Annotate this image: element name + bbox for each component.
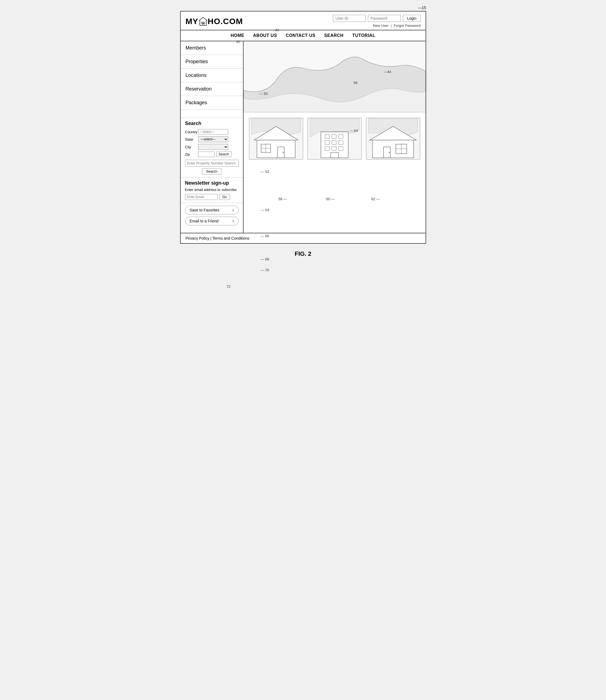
card-image-3 <box>366 118 420 159</box>
svg-rect-19 <box>325 141 329 144</box>
header-right: Login New User | Forgot Password <box>333 15 420 28</box>
property-number-input[interactable] <box>185 160 239 166</box>
login-button[interactable]: Login <box>403 15 420 22</box>
footer-text: Privacy Policy | Terms and Conditions <box>186 236 250 241</box>
nav-home[interactable]: HOME <box>231 33 244 38</box>
nav-about[interactable]: ABOUT US <box>253 33 277 38</box>
content-area <box>243 41 426 233</box>
svg-point-30 <box>389 152 390 153</box>
logo-my: MY <box>186 17 199 26</box>
sidebar-item-packages[interactable]: Packages <box>181 96 243 110</box>
annotation-40: 40 <box>236 40 240 44</box>
property-search-button[interactable]: Search <box>202 168 222 175</box>
state-label: State <box>185 137 196 141</box>
nav-bar: HOME ABOUT US CONTACT US SEARCH TUTORIAL <box>181 30 426 41</box>
city-label: City <box>185 145 196 149</box>
nav-contact[interactable]: CONTACT US <box>286 33 316 38</box>
sidebar-item-reservation[interactable]: Reservation <box>181 82 243 96</box>
city-select[interactable] <box>198 144 228 150</box>
go-button[interactable]: Go <box>219 194 230 200</box>
svg-rect-21 <box>339 141 343 144</box>
zip-search-button[interactable]: Search <box>216 152 232 157</box>
annotation-58: 58 — <box>279 197 287 201</box>
svg-rect-3 <box>202 24 204 25</box>
country-label: Country <box>185 130 196 134</box>
svg-rect-17 <box>332 135 336 138</box>
userid-input[interactable] <box>333 15 366 22</box>
svg-point-12 <box>283 152 284 153</box>
logo: MY HO.COM <box>186 17 243 26</box>
sidebar-spacer <box>181 110 243 118</box>
action-buttons: Save to Favorites Email to a Friend <box>181 203 243 228</box>
save-to-favorites-button[interactable]: Save to Favorites <box>185 206 239 214</box>
property-card-3 <box>366 118 420 159</box>
newsletter-desc: Enter email address to subscribe <box>185 188 239 192</box>
svg-rect-2 <box>203 22 205 24</box>
sidebar: Members Properties Locations Reservation… <box>181 41 243 233</box>
zip-label: Zip <box>185 152 196 156</box>
zip-input[interactable] <box>198 152 215 157</box>
card-image-1 <box>249 118 303 159</box>
nav-search[interactable]: SEARCH <box>324 33 344 38</box>
svg-rect-16 <box>325 135 329 138</box>
country-row: Country <box>185 129 239 135</box>
country-select[interactable] <box>198 129 228 135</box>
annotation-54: — 54 <box>261 208 269 212</box>
annotation-70: — 70 <box>261 268 269 272</box>
newsletter-title: Newsletter sign-up <box>185 180 239 186</box>
separator: | <box>391 24 391 28</box>
card-image-2 <box>308 118 362 159</box>
forgot-password-link[interactable]: Forgot Password <box>394 24 420 28</box>
sidebar-search-section: Search Country State —select— <box>181 118 243 160</box>
newsletter-section: Newsletter sign-up Enter email address t… <box>181 178 243 203</box>
svg-rect-27 <box>373 140 414 158</box>
search-form: Country State —select— City <box>185 129 239 157</box>
annotation-42: 42 <box>275 28 279 32</box>
property-search-section: Search <box>181 160 243 178</box>
footer: Privacy Policy | Terms and Conditions <box>181 233 426 243</box>
annotation-60: 60 — <box>326 197 335 201</box>
state-select[interactable]: —select— <box>198 136 228 142</box>
svg-rect-24 <box>339 146 343 151</box>
header: MY HO.COM <box>181 12 426 30</box>
annotation-52: — 52 <box>261 170 269 174</box>
sidebar-item-locations[interactable]: Locations <box>181 69 243 82</box>
svg-rect-1 <box>202 22 203 24</box>
header-inputs: Login <box>333 15 420 22</box>
svg-rect-25 <box>331 152 339 158</box>
nav-tutorial[interactable]: TUTORIAL <box>352 33 376 38</box>
fig-caption: FIG. 2 <box>295 250 311 257</box>
page-wrapper: MY HO.COM <box>180 11 426 244</box>
city-row: City <box>185 144 239 150</box>
header-links: New User | Forgot Password <box>373 24 421 28</box>
sidebar-item-properties[interactable]: Properties <box>181 55 243 69</box>
logo-area: MY HO.COM <box>186 17 243 26</box>
property-cards <box>243 112 426 165</box>
annotation-44: —44 <box>384 70 391 74</box>
sidebar-item-members[interactable]: Members <box>181 41 243 55</box>
annotation-66: — 66 <box>261 234 269 238</box>
new-user-link[interactable]: New User <box>373 24 389 28</box>
svg-rect-20 <box>332 141 336 144</box>
newsletter-row: Go <box>185 194 239 200</box>
svg-rect-23 <box>332 146 336 151</box>
hero-area <box>243 41 426 112</box>
property-card-1 <box>249 118 303 159</box>
logo-house-icon <box>199 17 207 26</box>
property-card-2 <box>307 118 362 159</box>
zip-row: Zip Search <box>185 152 239 157</box>
password-input[interactable] <box>368 15 401 22</box>
annotation-62: 62 — <box>371 197 380 201</box>
email-to-friend-button[interactable]: Email to a Friend <box>185 217 239 225</box>
svg-rect-18 <box>339 135 343 138</box>
annotation-64: — 64 <box>350 129 358 133</box>
svg-rect-22 <box>325 146 329 151</box>
annotation-68: — 68 <box>261 257 269 261</box>
state-row: State —select— <box>185 136 239 142</box>
annotation-50: — 50 <box>259 92 268 96</box>
search-section-title: Search <box>185 121 239 127</box>
email-input[interactable] <box>185 194 218 200</box>
logo-ho: HO.COM <box>208 17 243 26</box>
annotation-72: 72 <box>227 285 230 289</box>
annotation-56: 56 <box>354 81 357 85</box>
